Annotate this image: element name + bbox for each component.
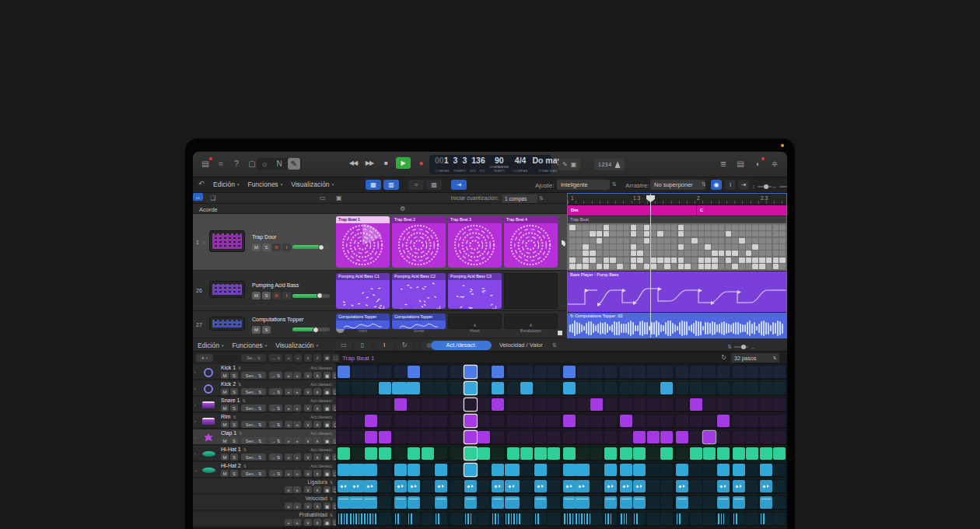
step-cell[interactable] xyxy=(660,382,673,394)
row-fill-icon[interactable]: ▣ xyxy=(324,470,331,477)
row-increment-icon[interactable]: ∧ xyxy=(313,454,321,461)
step-cell[interactable] xyxy=(349,480,364,492)
row-mute-button[interactable]: M xyxy=(221,454,229,461)
step-cell[interactable] xyxy=(534,382,547,394)
tuner-icon[interactable]: ☼ xyxy=(258,158,271,170)
step-cell[interactable] xyxy=(435,382,447,394)
patch-icon[interactable]: ▣ xyxy=(571,161,577,168)
legend-increment-icon[interactable]: ∧ xyxy=(313,354,321,362)
step-cell[interactable] xyxy=(379,382,391,394)
step-cell[interactable] xyxy=(505,464,520,476)
loop-cell-trap-beat-3[interactable]: Trap Beat 3 xyxy=(448,216,502,268)
step-cell[interactable] xyxy=(773,382,786,394)
step-cell[interactable] xyxy=(478,496,490,509)
step-cell[interactable] xyxy=(338,480,350,492)
step-cell[interactable] xyxy=(577,366,590,378)
step-cell[interactable] xyxy=(379,431,391,443)
step-cell[interactable] xyxy=(338,447,350,460)
step-cell[interactable] xyxy=(422,464,434,476)
step-cell[interactable] xyxy=(422,366,434,378)
step-cell[interactable] xyxy=(520,382,533,394)
step-cell[interactable] xyxy=(620,415,632,427)
row-fill-icon[interactable]: ▣ xyxy=(324,388,331,395)
catch-playhead-button[interactable]: ◉ xyxy=(711,180,722,190)
step-cell[interactable] xyxy=(534,398,547,411)
row-increment-icon[interactable]: ∧ xyxy=(313,421,321,428)
tracks-view-icon[interactable]: ▥ xyxy=(383,180,399,190)
step-cell[interactable] xyxy=(338,398,350,411)
step-cell[interactable] xyxy=(760,415,772,427)
step-cell[interactable] xyxy=(760,513,772,525)
stop-button[interactable]: ■ xyxy=(380,157,392,169)
step-cell[interactable] xyxy=(604,496,617,509)
step-cell[interactable] xyxy=(773,398,786,411)
lcd-display[interactable]: 00133136 COMPÁSTIEMPODIVTIC 90 COMPASES/… xyxy=(429,155,551,174)
step-cell[interactable] xyxy=(604,480,617,492)
step-cell[interactable] xyxy=(703,513,716,525)
step-cell[interactable] xyxy=(363,513,378,525)
step-cell[interactable] xyxy=(548,382,560,394)
row-playmode-select[interactable]: → ⇅ xyxy=(269,437,282,444)
step-cell[interactable] xyxy=(746,382,758,394)
row-solo-button[interactable]: S xyxy=(230,437,238,444)
step-cell[interactable] xyxy=(717,415,730,427)
row-playmode-select[interactable]: → ⇅ xyxy=(269,421,282,428)
step-cell[interactable] xyxy=(464,480,477,492)
disclosure-icon[interactable]: › xyxy=(203,240,205,245)
row-fill-icon[interactable]: ▣ xyxy=(324,405,331,412)
refresh-icon[interactable]: ↻ xyxy=(721,354,726,361)
row-increment-icon[interactable]: ∧ xyxy=(313,486,321,493)
row-mute-button[interactable]: M xyxy=(221,437,229,444)
step-cell[interactable] xyxy=(478,464,490,476)
track-mute-button[interactable]: M xyxy=(252,326,261,334)
row-fill-icon[interactable]: ▣ xyxy=(324,503,331,510)
step-cell[interactable] xyxy=(435,464,447,476)
row-fill-icon[interactable]: ▣ xyxy=(324,454,331,461)
stepper-icon[interactable]: ⇅ xyxy=(330,480,333,485)
track-record-enable-button[interactable]: R xyxy=(272,243,281,251)
step-cell[interactable] xyxy=(633,496,646,509)
step-cell[interactable] xyxy=(478,398,490,411)
step-cell[interactable] xyxy=(590,464,603,476)
row-decrement-icon[interactable]: ∨ xyxy=(304,421,312,428)
step-cell[interactable] xyxy=(338,513,350,525)
step-cell[interactable] xyxy=(520,464,533,476)
menu-edici-n[interactable]: Edición▾ xyxy=(213,180,239,188)
step-cell[interactable] xyxy=(676,382,688,394)
gear-icon[interactable]: ⚙ xyxy=(400,205,405,212)
menu-visualizaci-n[interactable]: Visualización▾ xyxy=(291,180,334,188)
step-cell[interactable] xyxy=(733,431,745,443)
step-cell[interactable] xyxy=(690,431,702,443)
step-cell[interactable] xyxy=(575,513,590,525)
step-cell[interactable] xyxy=(647,398,660,411)
step-cell[interactable] xyxy=(690,366,702,378)
step-cell[interactable] xyxy=(563,366,576,378)
snap-stepper-icon[interactable]: ⇅ xyxy=(612,181,617,187)
step-cell[interactable] xyxy=(365,398,377,411)
step-cell[interactable] xyxy=(717,382,730,394)
legend-playmode[interactable]: →⇅ xyxy=(269,354,282,362)
loop-cell-trap-beat-2[interactable]: Trap Beat 2 xyxy=(392,216,446,268)
loop-cell-pumping-acid-bass-c2[interactable]: Pumping Acid Bass C2 xyxy=(392,273,446,309)
step-cell[interactable] xyxy=(464,513,477,525)
row-increment-icon[interactable]: ∧ xyxy=(313,437,321,444)
step-cell[interactable] xyxy=(690,398,702,411)
step-cell[interactable] xyxy=(394,431,407,443)
row-solo-button[interactable]: S xyxy=(230,470,238,477)
step-cell[interactable] xyxy=(422,382,434,394)
legend-clear-icon[interactable]: ▢ xyxy=(332,354,339,362)
step-cell[interactable] xyxy=(548,415,560,427)
vertical-zoom-slider[interactable]: ↕ xyxy=(752,184,772,189)
step-cell[interactable] xyxy=(577,398,590,411)
track-mute-button[interactable]: M xyxy=(252,243,261,251)
step-cell[interactable] xyxy=(660,447,673,460)
step-cell[interactable] xyxy=(733,464,745,476)
list-mode-icon[interactable]: ▣ xyxy=(336,194,342,201)
row-rotate-left-icon[interactable]: « xyxy=(285,405,292,412)
mixer-icon[interactable]: ≑ xyxy=(768,158,781,170)
row-decrement-icon[interactable]: ∨ xyxy=(304,388,312,395)
drag-stepper-icon[interactable]: ⇅ xyxy=(702,181,706,187)
browsers-icon[interactable]: ▤ xyxy=(734,158,747,170)
step-cell[interactable] xyxy=(633,415,646,427)
disclosure-icon[interactable]: ⌄ xyxy=(194,468,198,472)
